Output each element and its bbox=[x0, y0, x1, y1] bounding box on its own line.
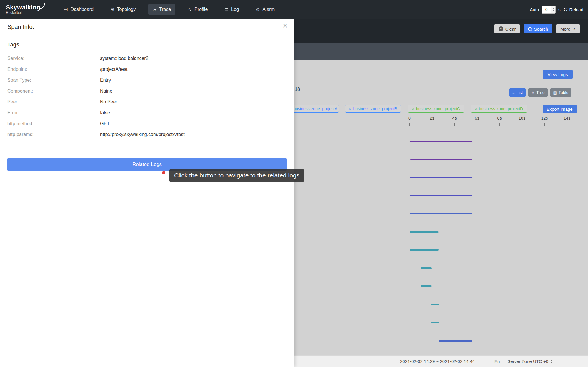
auto-label: Auto bbox=[530, 7, 539, 12]
tag-row: http.params:http://proxy.skywalking.com/… bbox=[7, 129, 287, 140]
search-icon bbox=[528, 27, 532, 31]
tag-row: Error:false bbox=[7, 107, 287, 118]
trace-span-bar[interactable] bbox=[410, 159, 472, 160]
reload-button[interactable]: ↻ Reload bbox=[563, 7, 583, 12]
trace-span-bar[interactable] bbox=[421, 285, 432, 287]
tag-row: http.method:GET bbox=[7, 118, 287, 129]
nav-items: ▤Dashboard⊞Topology↣Trace∿Profile≣Log⊙Al… bbox=[59, 4, 279, 15]
app-logo: Skywalking Rocketbot bbox=[6, 4, 40, 15]
tag-label: Service: bbox=[7, 56, 100, 61]
tag-value: system::load balancer2 bbox=[100, 56, 149, 61]
nav-item-log[interactable]: ≣Log bbox=[220, 4, 243, 15]
trace-span-bar[interactable] bbox=[410, 141, 472, 142]
tag-row: Endpoint:/projectA/test bbox=[7, 64, 287, 75]
auto-interval-value[interactable]: 6 bbox=[542, 6, 551, 13]
logo-title: Skywalking bbox=[6, 4, 40, 11]
trace-span-bar[interactable] bbox=[431, 304, 439, 305]
tag-value: http://proxy.skywalking.com/projectA/tes… bbox=[100, 132, 185, 137]
related-logs-tooltip: Click the button to navigate to the rela… bbox=[169, 169, 304, 182]
search-label: Search bbox=[534, 26, 548, 31]
trace-span-bar[interactable] bbox=[410, 213, 472, 214]
auto-interval-stepper[interactable]: ▴▾ bbox=[551, 6, 555, 13]
tag-value: Nginx bbox=[100, 88, 112, 94]
nav-item-label: Dashboard bbox=[71, 7, 94, 12]
nav-item-dashboard[interactable]: ▤Dashboard bbox=[59, 4, 98, 15]
alarm-icon: ⊙ bbox=[256, 7, 260, 12]
span-info-rows: Service:system::load balancer2Endpoint:/… bbox=[7, 53, 287, 140]
logo-subtitle: Rocketbot bbox=[6, 11, 40, 15]
nav-item-label: Trace bbox=[159, 7, 171, 12]
topology-icon: ⊞ bbox=[111, 7, 114, 12]
top-nav: Skywalking Rocketbot ▤Dashboard⊞Topology… bbox=[0, 0, 588, 19]
footer-time-range: 2021-02-02 14:29 ~ 2021-02-02 14:44 bbox=[400, 359, 475, 364]
nav-item-label: Log bbox=[231, 7, 239, 12]
more-label: More bbox=[560, 26, 570, 31]
trace-detail-panel: ✕ Clear Search More ∧ View Logs 18 ≡List… bbox=[294, 19, 588, 367]
log-icon: ≣ bbox=[225, 7, 229, 12]
logo-title-text: Skywalking bbox=[6, 4, 40, 11]
tags-heading: Tags. bbox=[7, 42, 21, 48]
nav-item-alarm[interactable]: ⊙Alarm bbox=[252, 4, 279, 15]
trace-span-bar[interactable] bbox=[410, 195, 472, 196]
stepper-down-icon[interactable]: ▾ bbox=[551, 361, 552, 364]
span-info-title: Span Info. bbox=[7, 24, 34, 30]
nav-item-label: Profile bbox=[194, 7, 208, 12]
trace-span-bar[interactable] bbox=[410, 177, 472, 178]
tag-label: Error: bbox=[7, 110, 100, 115]
tag-label: Span Type: bbox=[7, 78, 100, 83]
trace-icon: ↣ bbox=[153, 7, 156, 12]
dashboard-icon: ▤ bbox=[64, 7, 68, 12]
trace-span-bar[interactable] bbox=[431, 322, 439, 323]
search-button[interactable]: Search bbox=[524, 24, 552, 33]
server-zone-stepper[interactable]: ▴▾ bbox=[551, 359, 552, 364]
reload-icon: ↻ bbox=[563, 7, 568, 12]
language-selector[interactable]: En bbox=[494, 359, 500, 364]
stepper-down-icon[interactable]: ▾ bbox=[553, 9, 554, 12]
tag-row: Peer:No Peer bbox=[7, 96, 287, 107]
trace-span-bar[interactable] bbox=[421, 267, 432, 269]
span-bars bbox=[294, 19, 588, 367]
tag-label: http.method: bbox=[7, 121, 100, 126]
clear-label: Clear bbox=[505, 26, 516, 31]
tag-label: http.params: bbox=[7, 132, 100, 137]
trace-span-bar[interactable] bbox=[439, 340, 472, 342]
chevron-up-icon: ∧ bbox=[573, 27, 576, 31]
logo-swoosh-icon bbox=[40, 3, 45, 9]
tag-label: Endpoint: bbox=[7, 67, 100, 72]
tag-label: Peer: bbox=[7, 99, 100, 105]
clear-button[interactable]: ✕ Clear bbox=[494, 24, 520, 33]
tag-value: Entry bbox=[100, 78, 111, 83]
trace-span-bar[interactable] bbox=[410, 249, 439, 251]
more-button[interactable]: More ∧ bbox=[556, 24, 580, 33]
tag-value: No Peer bbox=[100, 99, 117, 105]
trace-span-bar[interactable] bbox=[410, 231, 439, 233]
nav-item-trace[interactable]: ↣Trace bbox=[148, 4, 175, 15]
profile-icon: ∿ bbox=[188, 7, 192, 12]
nav-item-label: Topology bbox=[117, 7, 136, 12]
clear-x-circle-icon: ✕ bbox=[499, 26, 503, 31]
tag-row: Service:system::load balancer2 bbox=[7, 53, 287, 64]
tag-value: /projectA/test bbox=[100, 67, 127, 72]
close-icon[interactable]: × bbox=[282, 21, 288, 30]
tag-row: Component:Nginx bbox=[7, 86, 287, 96]
auto-unit: s bbox=[558, 7, 561, 12]
reload-label: Reload bbox=[569, 7, 583, 12]
nav-item-profile[interactable]: ∿Profile bbox=[184, 4, 212, 15]
cursor-dot bbox=[162, 171, 165, 174]
auto-interval-input[interactable]: 6 ▴▾ bbox=[542, 6, 556, 14]
tag-value: GET bbox=[100, 121, 110, 126]
nav-right-controls: Auto 6 ▴▾ s ↻ Reload bbox=[530, 6, 583, 14]
span-info-panel: Span Info. × Tags. Service:system::load … bbox=[0, 19, 294, 367]
trace-toolbar: ✕ Clear Search More ∧ bbox=[494, 24, 580, 33]
tag-value: false bbox=[100, 110, 110, 115]
footer-bar: 2021-02-02 14:29 ~ 2021-02-02 14:44 En S… bbox=[294, 355, 588, 367]
nav-item-topology[interactable]: ⊞Topology bbox=[106, 4, 140, 15]
tag-label: Component: bbox=[7, 88, 100, 94]
server-zone-label: Server Zone UTC +0 bbox=[507, 359, 548, 364]
nav-item-label: Alarm bbox=[262, 7, 275, 12]
tag-row: Span Type:Entry bbox=[7, 75, 287, 86]
